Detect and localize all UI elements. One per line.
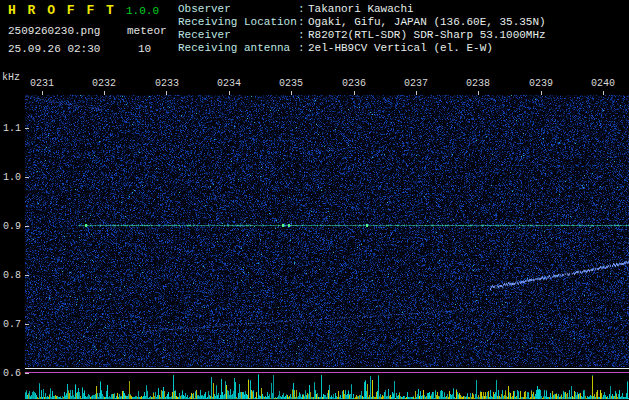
x-axis-tick	[104, 91, 105, 95]
x-axis-label: 0239	[526, 78, 556, 89]
x-axis-tick	[416, 91, 417, 95]
x-axis-tick	[478, 91, 479, 95]
station-info: Observer : Takanori Kawachi Receiving Lo…	[178, 3, 546, 55]
x-axis-label: 0231	[27, 78, 57, 89]
x-axis-label: 0232	[89, 78, 119, 89]
y-axis-tick	[25, 373, 29, 374]
info-value: Takanori Kawachi	[308, 3, 414, 16]
x-axis-label: 0238	[463, 78, 493, 89]
x-axis-tick	[541, 91, 542, 95]
x-axis-label: 0237	[401, 78, 431, 89]
y-axis-unit-label: kHz	[2, 72, 20, 83]
info-separator: :	[298, 42, 308, 55]
x-axis-tick	[603, 91, 604, 95]
info-row-antenna: Receiving antenna : 2el-HB9CV Vertical (…	[178, 42, 546, 55]
output-filename: 2509260230.png	[8, 25, 100, 37]
x-axis-label: 0235	[276, 78, 306, 89]
y-axis-label: 0.8	[0, 270, 21, 281]
spectrogram-canvas	[25, 95, 629, 367]
y-axis-label: 0.7	[0, 319, 21, 330]
app-version: 1.0.0	[126, 5, 159, 17]
info-label: Receiving antenna	[178, 42, 298, 55]
mode-label: meteor	[127, 25, 167, 37]
info-label: Observer	[178, 3, 298, 16]
info-separator: :	[298, 29, 308, 42]
y-axis-label: 0.9	[0, 221, 21, 232]
info-label: Receiving Location	[178, 16, 298, 29]
y-axis-tick	[25, 128, 29, 129]
threshold-line-white	[25, 368, 629, 369]
y-axis-label: 1.0	[0, 172, 21, 183]
info-row-location: Receiving Location : Ogaki, Gifu, JAPAN …	[178, 16, 546, 29]
timestamp: 25.09.26 02:30	[8, 43, 100, 55]
x-axis-label: 0234	[214, 78, 244, 89]
x-axis-tick	[354, 91, 355, 95]
info-row-receiver: Receiver : R820T2(RTL-SDR) SDR-Sharp 53.…	[178, 29, 546, 42]
info-separator: :	[298, 3, 308, 16]
info-value: 2el-HB9CV Vertical (el. E-W)	[308, 42, 493, 55]
x-axis-tick	[42, 91, 43, 95]
info-value: R820T2(RTL-SDR) SDR-Sharp 53.1000MHz	[308, 29, 546, 42]
level-strip-canvas	[25, 373, 629, 399]
x-axis-label: 0236	[339, 78, 369, 89]
x-axis-label: 0240	[588, 78, 618, 89]
y-axis-tick	[25, 275, 29, 276]
info-row-observer: Observer : Takanori Kawachi	[178, 3, 546, 16]
y-axis-tick	[25, 177, 29, 178]
info-separator: :	[298, 16, 308, 29]
y-axis-label: 0.6	[0, 368, 21, 379]
y-axis-tick	[25, 226, 29, 227]
y-axis-label: 1.1	[0, 123, 21, 134]
app-title: H R O F F T	[8, 3, 116, 18]
info-label: Receiver	[178, 29, 298, 42]
x-axis-tick	[291, 91, 292, 95]
x-axis-tick	[229, 91, 230, 95]
x-axis-label: 0233	[152, 78, 182, 89]
x-axis-tick	[166, 91, 167, 95]
y-axis-tick	[25, 324, 29, 325]
info-value: Ogaki, Gifu, JAPAN (136.60E, 35.35N)	[308, 16, 546, 29]
hrofft-window: H R O F F T 1.0.0 2509260230.png meteor …	[0, 0, 629, 400]
interval-minutes: 10	[138, 43, 151, 55]
